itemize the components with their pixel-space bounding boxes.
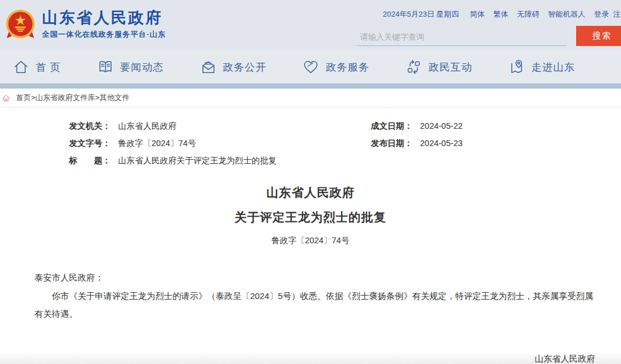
nav-item-label: 首 页 [36,60,61,74]
link-traditional-chinese[interactable]: 繁体 [493,9,508,20]
nav-item-label: 政务公开 [223,60,267,74]
meta-value: 2024-05-22 [420,121,463,131]
site-logo[interactable]: 山东省人民政府 全国一体化在线政务服务平台·山东 [5,9,166,40]
current-date: 2024年5月23日 星期四 [383,9,459,20]
site-header: 山东省人民政府 全国一体化在线政务服务平台·山东 2024年5月23日 星期四 … [0,0,621,51]
search-button[interactable]: 搜索 [576,26,621,46]
meta-value: 山东省人民政府 [118,121,177,131]
doc-body: 泰安市人民政府： 你市《关于申请评定王龙为烈士的请示》（泰政呈〔2024〕5号）… [34,269,595,364]
header-right: 2024年5月23日 星期四 简体 繁体 无障碍 智能机器人 登录 注册 搜索 [356,9,621,46]
link-smart-robot[interactable]: 智能机器人 [548,9,585,20]
doc-paragraph: 你市《关于申请评定王龙为烈士的请示》（泰政呈〔2024〕5号）收悉。依据《烈士褒… [34,287,595,323]
meta-doc-number: 发文字号：鲁政字〔2024〕74号 [69,135,371,152]
main-nav: 首 页 要闻动态 政务公开 政务服务 政民互动 走进山东 [0,51,621,83]
doc-number: 鲁政字〔2024〕74号 [0,235,621,246]
meta-label: 成文日期： [371,121,413,131]
home-icon [13,59,29,75]
nav-item-home[interactable]: 首 页 [13,59,61,75]
heart-icon [302,59,319,75]
book-icon [97,59,114,75]
breadcrumb-path: 首页>山东省政府文件库>其他文件 [16,93,129,103]
search-bar: 搜索 [356,26,621,46]
meta-label: 发文机关： [69,121,111,131]
site-title: 山东省人民政府 [42,9,166,27]
doc-signature: 山东省人民政府 [34,350,595,364]
search-input[interactable] [356,28,566,46]
meta-value: 山东省人民政府关于评定王龙为烈士的批复 [118,156,277,165]
nav-item-gov-services[interactable]: 政务服务 [302,59,369,75]
nav-divider-strip [0,83,621,89]
top-utility-bar: 2024年5月23日 星期四 简体 繁体 无障碍 智能机器人 登录 注册 [383,9,621,20]
doc-content: 山东省人民政府 关于评定王龙为烈士的批复 鲁政字〔2024〕74号 泰安市人民政… [0,185,621,364]
mail-icon [200,59,217,75]
site-subtitle: 全国一体化在线政务服务平台·山东 [42,29,166,40]
breadcrumb-home-icon [2,94,10,102]
link-login[interactable]: 登录 [594,9,609,20]
meta-value: 鲁政字〔2024〕74号 [118,139,196,148]
link-register[interactable]: 注册 [613,9,621,20]
nav-item-news[interactable]: 要闻动态 [97,59,164,75]
nav-item-about-shandong[interactable]: 走进山东 [508,59,575,75]
nav-item-interaction[interactable]: 政民互动 [405,59,472,75]
doc-meta-right: 成文日期：2024-05-22 发布日期：2024-05-23 [371,117,621,169]
meta-written-date: 成文日期：2024-05-22 [371,117,621,135]
meta-label: 发文字号： [69,139,111,148]
nav-item-label: 政务服务 [325,60,369,74]
meta-title: 标 题：山东省人民政府关于评定王龙为烈士的批复 [69,152,371,169]
map-pin-icon [508,59,525,75]
meta-label: 发布日期： [371,139,413,148]
link-accessibility[interactable]: 无障碍 [517,9,539,20]
meta-label: 标 题： [69,156,111,165]
breadcrumb[interactable]: 首页>山东省政府文件库>其他文件 [0,89,621,108]
nav-item-label: 要闻动态 [120,60,164,74]
site-titles: 山东省人民政府 全国一体化在线政务服务平台·山东 [42,9,166,40]
meta-value: 2024-05-23 [420,139,463,148]
national-emblem-icon [5,9,36,40]
meta-issuing-organ: 发文机关：山东省人民政府 [69,117,371,135]
nav-item-gov-disclosure[interactable]: 政务公开 [200,59,267,75]
meta-publish-date: 发布日期：2024-05-23 [371,135,621,152]
doc-salutation: 泰安市人民政府： [34,269,595,286]
nav-item-label: 政民互动 [428,60,472,74]
doc-meta-left: 发文机关：山东省人民政府 发文字号：鲁政字〔2024〕74号 标 题：山东省人民… [69,117,371,169]
interaction-icon [405,59,422,75]
doc-title-line1: 山东省人民政府 [0,185,621,201]
nav-item-label: 走进山东 [531,60,575,74]
doc-meta: 发文机关：山东省人民政府 发文字号：鲁政字〔2024〕74号 标 题：山东省人民… [0,108,621,169]
doc-title-line2: 关于评定王龙为烈士的批复 [0,209,621,225]
link-simplified-chinese[interactable]: 简体 [470,9,485,20]
